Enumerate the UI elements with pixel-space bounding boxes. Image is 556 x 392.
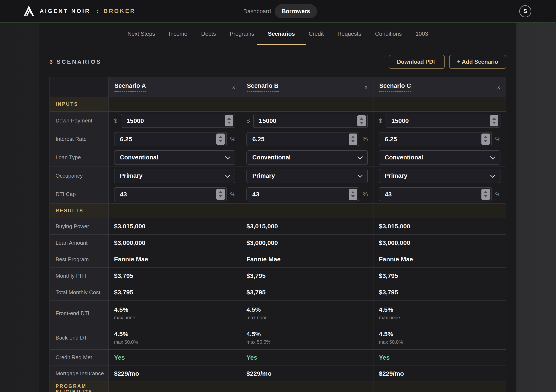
total-monthly-cost-value: $3,795 <box>247 289 266 296</box>
scenario-c-close-icon[interactable]: x <box>497 84 500 90</box>
scenario-b-name[interactable]: Scenario B <box>247 82 279 92</box>
row-interest-rate: Interest Rate % <box>50 130 506 148</box>
tab-programs[interactable]: Programs <box>230 23 254 45</box>
nav-borrowers[interactable]: Borrowers <box>275 4 317 18</box>
loan-amount-value: $3,000,000 <box>379 239 410 246</box>
row-label: Buying Power <box>50 218 109 235</box>
dollar-prefix: $ <box>114 118 117 124</box>
best-program-value: Fannie Mae <box>247 256 280 263</box>
tab-1003[interactable]: 1003 <box>416 23 428 45</box>
row-label: Loan Type <box>50 148 109 166</box>
loan-amount-value: $3,000,000 <box>114 239 145 246</box>
row-label: Mortgage Insurance <box>50 365 109 382</box>
buying-power-value: $3,015,000 <box>379 223 410 230</box>
row-credit-req-met: Credit Req Met Yes Yes Yes <box>50 350 506 365</box>
percent-suffix: % <box>495 191 501 198</box>
download-pdf-button[interactable]: Download PDF <box>389 55 445 69</box>
nav-dashboard[interactable]: Dashboard <box>243 8 271 15</box>
scenario-b-close-icon[interactable]: x <box>365 84 367 90</box>
mortgage-insurance-value: $229/mo <box>114 370 139 377</box>
occupancy-select-c[interactable]: Primary <box>379 169 501 183</box>
app-canvas: AIGENT NOIR : BROKER Dashboard Borrowers… <box>0 0 556 392</box>
row-label: Loan Amount <box>50 235 109 251</box>
row-back-end-dti: Back-end DTI 4.5% max 50.0% 4.5% max 50.… <box>50 326 506 350</box>
interest-rate-input-b[interactable] <box>247 132 359 146</box>
row-loan-amount: Loan Amount $3,000,000 $3,000,000 $3,000… <box>50 235 506 251</box>
tab-income[interactable]: Income <box>169 23 188 45</box>
user-avatar[interactable]: S <box>519 5 531 17</box>
dti-cap-input-b[interactable] <box>247 187 359 201</box>
stepper-icon[interactable] <box>216 189 225 200</box>
monthly-piti-value: $3,795 <box>247 272 266 279</box>
toolbar-buttons: Download PDF + Add Scenario <box>389 55 506 69</box>
stepper-icon[interactable] <box>481 133 490 145</box>
row-label: Monthly PITI <box>50 268 109 284</box>
row-down-payment: Down Payment $ $ <box>50 112 506 130</box>
row-label: Total Monthly Cost <box>50 284 109 300</box>
back-end-dti-max: max 50.0% <box>247 339 270 345</box>
stepper-icon[interactable] <box>225 115 233 126</box>
dti-cap-input-a[interactable] <box>114 187 227 201</box>
brand-role: BROKER <box>104 8 136 15</box>
stepper-icon[interactable] <box>349 189 357 200</box>
chevron-down-icon <box>357 172 363 178</box>
tab-conditions[interactable]: Conditions <box>375 23 402 45</box>
loan-type-select-c[interactable]: Conventional <box>379 150 501 165</box>
chevron-down-icon <box>225 172 230 178</box>
percent-suffix: % <box>363 191 368 198</box>
header-empty-cell <box>50 77 109 97</box>
scenario-c-name[interactable]: Scenario C <box>379 82 411 92</box>
top-header: AIGENT NOIR : BROKER Dashboard Borrowers… <box>0 0 556 23</box>
chevron-down-icon <box>357 154 363 159</box>
stepper-icon[interactable] <box>349 133 357 145</box>
buying-power-value: $3,015,000 <box>247 223 278 230</box>
tab-requests[interactable]: Requests <box>338 23 361 45</box>
loan-type-select-a[interactable]: Conventional <box>114 150 235 165</box>
down-payment-input-c[interactable] <box>386 114 501 128</box>
down-payment-input-a[interactable] <box>121 114 235 128</box>
credit-req-met-value: Yes <box>379 354 390 361</box>
dti-cap-input-c[interactable] <box>379 187 492 201</box>
chevron-down-icon <box>490 154 495 159</box>
section-results: RESULTS <box>50 204 506 218</box>
loan-type-select-b[interactable]: Conventional <box>247 150 368 165</box>
section-inputs-label: INPUTS <box>50 97 109 111</box>
loan-amount-value: $3,000,000 <box>247 239 278 246</box>
stepper-icon[interactable] <box>481 189 490 200</box>
row-label: Best Program <box>50 251 109 267</box>
down-payment-input-b[interactable] <box>253 114 368 128</box>
occupancy-select-a[interactable]: Primary <box>114 169 235 183</box>
percent-suffix: % <box>495 136 501 142</box>
tab-scenarios[interactable]: Scenarios <box>268 23 295 45</box>
buying-power-value: $3,015,000 <box>114 223 145 230</box>
row-dti-cap: DTI Cap % <box>50 185 506 204</box>
percent-suffix: % <box>230 136 235 142</box>
credit-req-met-value: Yes <box>114 354 125 361</box>
scenario-a-name[interactable]: Scenario A <box>115 82 146 92</box>
front-end-dti-value: 4.5% <box>379 306 393 313</box>
occupancy-select-b[interactable]: Primary <box>247 169 368 183</box>
row-label: Back-end DTI <box>50 326 109 349</box>
back-end-dti-max: max 50.0% <box>114 339 138 345</box>
tab-credit[interactable]: Credit <box>309 23 324 45</box>
front-end-dti-max: max none <box>114 315 135 321</box>
stepper-icon[interactable] <box>490 115 498 126</box>
interest-rate-input-c[interactable] <box>379 132 492 146</box>
back-end-dti-value: 4.5% <box>379 330 393 338</box>
tab-bar: Next Steps Income Debts Programs Scenari… <box>39 23 516 45</box>
add-scenario-button[interactable]: + Add Scenario <box>449 55 506 69</box>
interest-rate-input-a[interactable] <box>114 132 227 146</box>
front-end-dti-max: max none <box>247 315 268 321</box>
tab-next-steps[interactable]: Next Steps <box>127 23 155 45</box>
scenario-a-close-icon[interactable]: x <box>232 84 235 90</box>
stepper-icon[interactable] <box>216 133 225 145</box>
mortgage-insurance-value: $229/mo <box>247 370 271 377</box>
brand-name: AIGENT NOIR <box>40 8 90 15</box>
stepper-icon[interactable] <box>357 115 366 126</box>
total-monthly-cost-value: $3,795 <box>114 289 133 296</box>
percent-suffix: % <box>230 191 235 198</box>
scenarios-toolbar: 3 SCENARIOS Download PDF + Add Scenario <box>39 45 516 77</box>
row-monthly-piti: Monthly PITI $3,795 $3,795 $3,795 <box>50 268 506 284</box>
row-label: Credit Req Met <box>50 350 109 365</box>
tab-debts[interactable]: Debts <box>201 23 216 45</box>
